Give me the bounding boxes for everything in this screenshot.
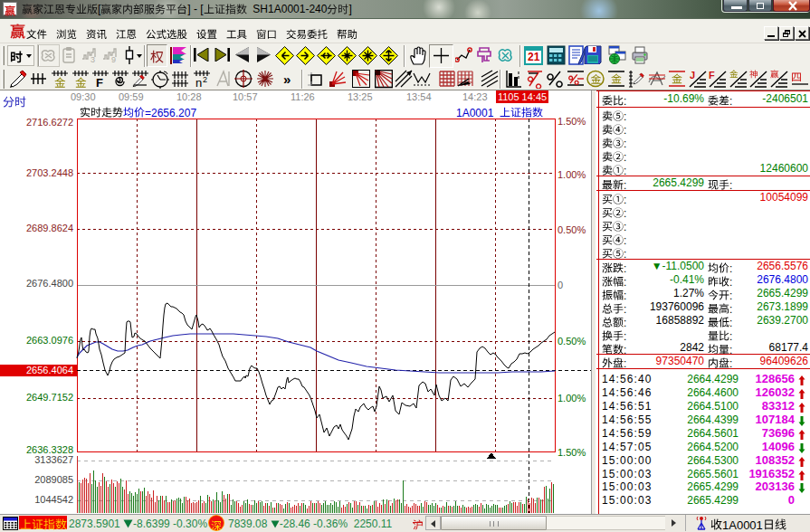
svg-text:21: 21 bbox=[528, 51, 540, 63]
svg-text:3: 3 bbox=[91, 55, 95, 63]
svg-text:F: F bbox=[96, 76, 103, 89]
svg-text:2: 2 bbox=[203, 75, 207, 84]
svg-text:F: F bbox=[709, 70, 715, 81]
svg-text:9: 9 bbox=[111, 55, 116, 63]
svg-text:n: n bbox=[195, 76, 202, 89]
svg-text:J: J bbox=[690, 70, 695, 81]
